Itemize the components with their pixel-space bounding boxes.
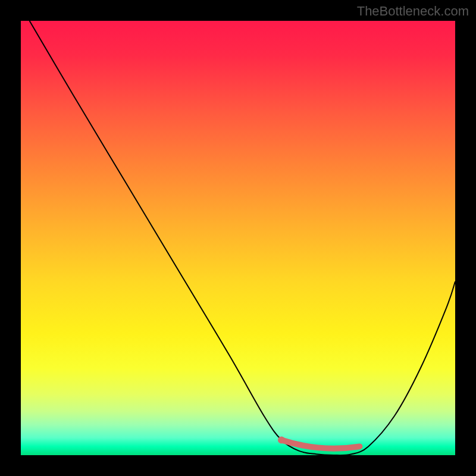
chart-svg (21, 21, 455, 455)
sweet-spot-segment (281, 440, 359, 449)
chart-container: TheBottleneck.com (0, 0, 476, 476)
bottleneck-curve (30, 21, 455, 455)
watermark-text: TheBottleneck.com (357, 4, 469, 19)
sweet-spot-dot (278, 437, 285, 444)
plot-area (21, 21, 455, 455)
